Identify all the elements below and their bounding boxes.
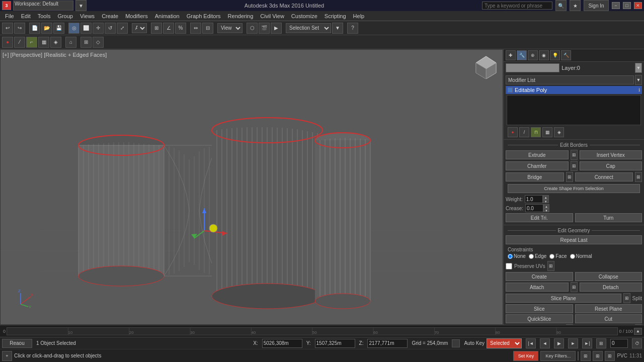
viewport[interactable]: [+] [Perspective] [Realistic + Edged Fac… <box>0 49 503 325</box>
reset-plane-btn[interactable]: Reset Plane <box>575 304 642 313</box>
constraint-edge[interactable]: Edge <box>529 253 546 259</box>
edit-tri-btn[interactable]: Edit Tri. <box>506 213 573 222</box>
scale-btn[interactable]: ⤢ <box>117 23 128 34</box>
chamfer-settings-btn[interactable]: ⊞ <box>571 161 578 171</box>
cap-btn[interactable]: Cap <box>580 161 642 170</box>
weight-spinner[interactable]: 1.0 ▲▼ <box>525 195 549 203</box>
subobj-element-btn[interactable]: ◈ <box>50 37 61 48</box>
go-end-btn[interactable]: ►| <box>582 338 592 348</box>
constraint-face[interactable]: Face <box>549 253 567 259</box>
weight-down-btn[interactable]: ▼ <box>543 199 549 203</box>
select-obj-btn[interactable]: ◎ <box>68 23 79 34</box>
preserve-uvs-settings-btn[interactable]: ⊞ <box>547 261 554 271</box>
selection-set[interactable]: Selection Set <box>286 23 331 33</box>
create-shape-btn[interactable]: Create Shape From Selection <box>508 184 640 193</box>
menu-group[interactable]: Group <box>54 12 76 20</box>
z-coord-input[interactable]: 2177,771m <box>367 339 408 348</box>
weight-input[interactable]: 1.0 <box>525 195 543 203</box>
quickslice-btn[interactable]: QuickSlice <box>506 314 573 323</box>
weight-up-btn[interactable]: ▲ <box>543 195 549 199</box>
hierarchy-tab[interactable]: ⊕ <box>528 50 538 60</box>
border-icon-btn[interactable]: ⊓ <box>531 127 541 137</box>
menu-file[interactable]: File <box>2 12 17 20</box>
menu-views[interactable]: Views <box>77 12 98 20</box>
edit-geometry-divider[interactable]: Edit Geometry <box>506 227 642 234</box>
viewport-layout-btn[interactable]: ⊞ <box>605 351 615 361</box>
selection-set-expand[interactable]: ▼ <box>332 23 343 34</box>
go-start-btn[interactable]: |◄ <box>526 338 536 348</box>
autokey-select[interactable]: Selected <box>487 338 522 348</box>
new-scene-btn[interactable]: 📄 <box>29 23 40 34</box>
frame-input[interactable] <box>610 339 628 348</box>
vertex-icon-btn[interactable]: ● <box>508 127 518 137</box>
show-cage-btn[interactable]: ⊞ <box>80 37 92 48</box>
select-region-btn[interactable]: ⬜ <box>80 23 92 34</box>
insert-vertex-btn[interactable]: Insert Vertex <box>580 150 642 159</box>
x-coord-input[interactable]: 5026,308m <box>262 339 302 348</box>
material-editor-btn[interactable]: ⬡ <box>247 23 258 34</box>
edit-borders-divider[interactable]: Edit Borders <box>506 141 642 149</box>
edge-icon-btn[interactable]: / <box>519 127 529 137</box>
layer-color-swatch[interactable] <box>506 63 559 72</box>
constraint-normal[interactable]: Normal <box>570 253 592 259</box>
repeat-last-btn[interactable]: Repeat Last <box>506 235 642 244</box>
subobj-edge-btn[interactable]: ⁄ <box>14 37 25 48</box>
key-filters-btn[interactable]: Key Filters... <box>540 351 576 361</box>
constraint-none[interactable]: None <box>508 253 526 259</box>
subobj-border-btn[interactable]: ⌐ <box>26 37 37 48</box>
menu-animation[interactable]: Animation <box>152 12 183 20</box>
redo-btn[interactable]: ↪ <box>14 23 25 34</box>
snap-btn[interactable]: ⊞ <box>151 23 162 34</box>
detach-btn[interactable]: Detach <box>580 283 642 292</box>
search-input[interactable] <box>482 2 552 10</box>
create-tab[interactable]: ✚ <box>506 50 516 60</box>
minimize-btn[interactable]: − <box>612 2 620 9</box>
grid-toggle-btn[interactable]: ⊞ <box>593 351 603 361</box>
extrude-btn[interactable]: Extrude <box>506 150 569 159</box>
connect-settings-btn[interactable]: ⊞ <box>635 172 642 182</box>
add-time-beat-icon[interactable]: + <box>2 351 12 361</box>
msmooth-settings-btn[interactable]: ⊞ <box>566 324 573 325</box>
menu-graph-editors[interactable]: Graph Editors <box>184 12 224 20</box>
menu-create[interactable]: Create <box>99 12 121 20</box>
y-coord-input[interactable]: 1507,325m <box>315 339 355 348</box>
align-btn[interactable]: ⊟ <box>202 23 213 34</box>
mirror-btn[interactable]: ⇔ <box>190 23 201 34</box>
menu-rendering[interactable]: Rendering <box>225 12 257 20</box>
snap-toggle-btn[interactable]: ⊞ <box>581 351 591 361</box>
tessellate-settings-btn[interactable]: ⊞ <box>635 324 642 325</box>
viewport-cube[interactable] <box>473 54 499 79</box>
render-btn[interactable]: ▶ <box>271 23 282 34</box>
menu-help[interactable]: Help <box>350 12 368 20</box>
keyframe-mode-btn[interactable]: ⊞ <box>596 338 606 348</box>
help-btn[interactable]: ? <box>347 23 358 34</box>
timeline-expand-btn[interactable]: ▲ <box>634 328 642 335</box>
maximize-btn[interactable]: □ <box>623 2 631 9</box>
polygon-icon-btn[interactable]: ▦ <box>542 127 552 137</box>
collapse-btn[interactable]: Collapse <box>575 272 642 281</box>
rotate-btn[interactable]: ↺ <box>105 23 116 34</box>
chamfer-btn[interactable]: Chamfer <box>506 161 569 170</box>
search-btn[interactable]: 🔍 <box>555 0 567 11</box>
select-filter[interactable]: All <box>132 23 147 33</box>
create-btn[interactable]: Create <box>506 272 573 281</box>
attach-settings-btn[interactable]: ⊞ <box>571 282 578 292</box>
view-selector[interactable]: View <box>217 23 243 33</box>
motion-tab[interactable]: ◉ <box>539 50 549 60</box>
save-btn[interactable]: 💾 <box>53 23 64 34</box>
modifier-list-dropdown[interactable]: Modifier List <box>506 75 634 84</box>
split-toggle-btn[interactable]: ⊞ <box>623 293 630 303</box>
menu-civil-view[interactable]: Civil View <box>257 12 287 20</box>
crease-input[interactable]: 0.0 <box>525 204 543 212</box>
nurms-toggle-btn[interactable]: ◇ <box>93 37 104 48</box>
undo-btn[interactable]: ↩ <box>2 23 13 34</box>
attach-btn[interactable]: Attach <box>506 283 569 292</box>
connect-btn[interactable]: Connect <box>575 172 633 182</box>
subobj-poly-btn[interactable]: ▦ <box>38 37 49 48</box>
render-setup-btn[interactable]: 🎬 <box>259 23 270 34</box>
percent-snap-btn[interactable]: % <box>175 23 186 34</box>
grid-lock-btn[interactable] <box>452 339 460 347</box>
time-config-btn[interactable]: ⏱ <box>632 338 642 348</box>
cut-btn[interactable]: Cut <box>575 314 642 323</box>
preserve-uvs-check[interactable] <box>506 263 512 269</box>
